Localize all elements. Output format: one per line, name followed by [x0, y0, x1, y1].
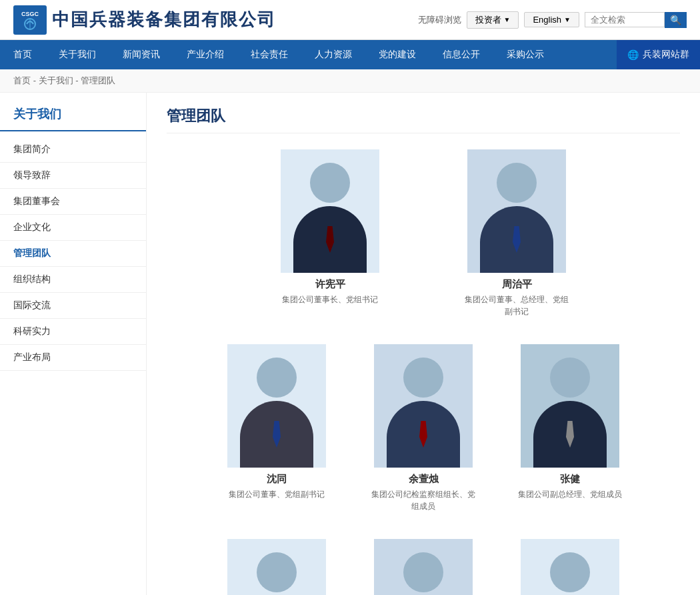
header: CSGC 中国兵器装备集团有限公司 无障碍浏览 投资者 ▼ English ▼ … — [0, 0, 700, 40]
member-photo-yuxuanzhu — [374, 344, 473, 468]
search-input[interactable] — [585, 12, 665, 27]
member-title-shentong: 集团公司董事、党组副书记 — [229, 488, 325, 500]
member-yewenhua: 叶文华 集团公司副总经理、党组成员 — [223, 539, 330, 595]
sidebar-item-speech[interactable]: 领导致辞 — [0, 163, 146, 189]
main-nav: 首页 关于我们 新闻资讯 产业介绍 社会责任 人力资源 党的建设 信息公开 采购… — [0, 40, 700, 69]
main-content: 关于我们 集团简介 领导致辞 集团董事会 企业文化 管理团队 组织结构 国际交流… — [0, 93, 700, 595]
member-title-zhangjian: 集团公司副总经理、党组成员 — [518, 488, 622, 500]
sidebar: 关于我们 集团简介 领导致辞 集团董事会 企业文化 管理团队 组织结构 国际交流… — [0, 93, 147, 595]
tie-icon — [326, 226, 334, 253]
nav-item-news[interactable]: 新闻资讯 — [109, 40, 173, 69]
breadcrumb-about[interactable]: 关于我们 — [39, 75, 73, 85]
team-section: 许宪平 集团公司董事长、党组书记 周治平 集团公司董事、总经理、党组副书记 — [167, 149, 680, 595]
logo-icon: CSGC — [13, 5, 47, 35]
dropdown-arrow-icon: ▼ — [564, 16, 571, 23]
nav-item-party[interactable]: 党的建设 — [365, 40, 429, 69]
breadcrumb-current: 管理团队 — [81, 75, 115, 85]
tie-icon — [566, 421, 574, 448]
nav-item-purchase[interactable]: 采购公示 — [493, 40, 557, 69]
member-caoyuan: 曹元 集团公司总会计师、党组成员 — [370, 539, 477, 595]
nav-item-industry[interactable]: 产业介绍 — [173, 40, 237, 69]
member-title-zhouzhibing: 集团公司董事、总经理、党组副书记 — [463, 293, 570, 318]
member-photo-yewenhua — [227, 539, 326, 595]
company-name: 中国兵器装备集团有限公司 — [52, 8, 276, 31]
sidebar-item-industry-layout[interactable]: 产业布局 — [0, 345, 146, 371]
tie-icon — [419, 421, 427, 448]
breadcrumb: 首页 - 关于我们 - 管理团队 — [0, 69, 700, 93]
member-zhangjian: 张健 集团公司副总经理、党组成员 — [517, 344, 623, 512]
member-name-yuxuanzhu: 余萱烛 — [409, 473, 439, 486]
member-zhouzhibing: 周治平 集团公司董事、总经理、党组副书记 — [463, 149, 570, 318]
page-title: 管理团队 — [167, 106, 680, 133]
logo-area: CSGC 中国兵器装备集团有限公司 — [13, 5, 276, 35]
sidebar-item-board[interactable]: 集团董事会 — [0, 189, 146, 215]
team-row-top: 许宪平 集团公司董事长、党组书记 周治平 集团公司董事、总经理、党组副书记 — [167, 149, 680, 318]
tie-icon — [513, 226, 521, 253]
member-photo-caoyuan — [374, 539, 473, 595]
member-yuxuanzhu: 余萱烛 集团公司纪检监察组组长、党组成员 — [370, 344, 477, 512]
member-photo-wangjun — [521, 539, 619, 595]
nav-sites-button[interactable]: 🌐 兵装网站群 — [617, 40, 700, 69]
sidebar-item-intl[interactable]: 国际交流 — [0, 293, 146, 319]
member-title-xuxianping: 集团公司董事长、党组书记 — [282, 293, 378, 306]
dropdown-arrow-icon: ▼ — [504, 16, 511, 23]
member-name-xuxianping: 许宪平 — [315, 278, 345, 291]
member-wangjun: 王俊 集团公司副总经理、党组成员 — [517, 539, 623, 595]
breadcrumb-home[interactable]: 首页 — [13, 75, 31, 85]
search-icon: 🔍 — [670, 15, 681, 25]
accessibility-link[interactable]: 无障碍浏览 — [418, 14, 461, 26]
nav-item-csr[interactable]: 社会责任 — [237, 40, 301, 69]
sidebar-title: 关于我们 — [0, 106, 146, 131]
content-area: 管理团队 许宪平 集团公司董事长、党组书记 周治平 集团公司董事、总经理、党组副 — [147, 93, 700, 595]
member-name-zhangjian: 张健 — [560, 473, 580, 486]
member-photo-xuxianping — [281, 149, 379, 273]
team-row-bottom: 叶文华 集团公司副总经理、党组成员 曹元 集团公司总会计师、党组成员 王俊 集团… — [167, 539, 680, 595]
header-right: 无障碍浏览 投资者 ▼ English ▼ 🔍 — [418, 11, 687, 29]
search-button[interactable]: 🔍 — [665, 12, 687, 28]
nav-item-home[interactable]: 首页 — [0, 40, 45, 69]
member-xuxianping: 许宪平 集团公司董事长、党组书记 — [277, 149, 383, 318]
member-photo-shentong — [227, 344, 326, 468]
investor-button[interactable]: 投资者 ▼ — [467, 11, 519, 29]
search-area: 🔍 — [585, 12, 687, 28]
member-name-shentong: 沈同 — [267, 473, 287, 486]
member-photo-zhouzhibing — [467, 149, 566, 273]
sidebar-item-org[interactable]: 组织结构 — [0, 267, 146, 293]
sidebar-item-culture[interactable]: 企业文化 — [0, 215, 146, 241]
globe-icon: 🌐 — [627, 49, 639, 60]
nav-item-about[interactable]: 关于我们 — [45, 40, 109, 69]
member-title-yuxuanzhu: 集团公司纪检监察组组长、党组成员 — [370, 488, 477, 512]
member-name-zhouzhibing: 周治平 — [502, 278, 532, 291]
tie-icon — [273, 421, 281, 448]
nav-item-info[interactable]: 信息公开 — [429, 40, 493, 69]
nav-item-hr[interactable]: 人力资源 — [301, 40, 365, 69]
language-button[interactable]: English ▼ — [524, 12, 579, 27]
member-shentong: 沈同 集团公司董事、党组副书记 — [223, 344, 330, 512]
member-photo-zhangjian — [521, 344, 619, 468]
sidebar-item-team[interactable]: 管理团队 — [0, 241, 146, 267]
sidebar-item-intro[interactable]: 集团简介 — [0, 137, 146, 163]
svg-text:CSGC: CSGC — [21, 11, 39, 17]
team-row-middle: 沈同 集团公司董事、党组副书记 余萱烛 集团公司纪检监察组组长、党组成员 张健 … — [167, 344, 680, 512]
sidebar-item-research[interactable]: 科研实力 — [0, 319, 146, 345]
